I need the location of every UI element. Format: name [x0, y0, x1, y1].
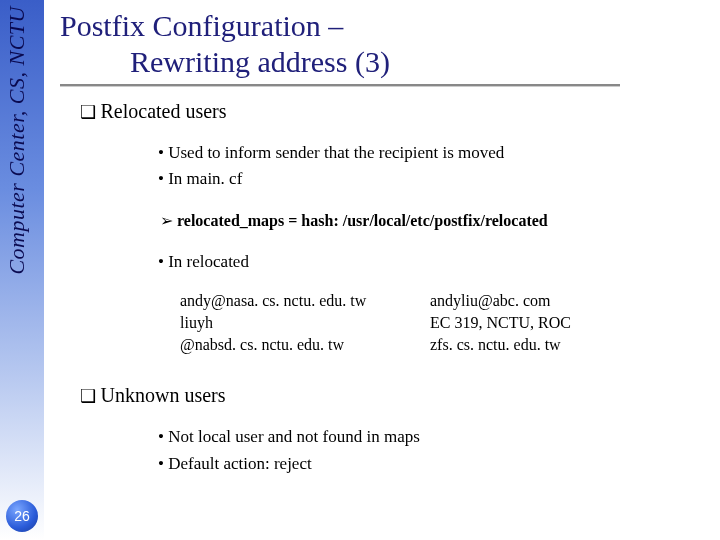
slide-title: Postfix Configuration – Rewriting addres… [60, 8, 710, 80]
map-to-1: EC 319, NCTU, ROC [430, 314, 710, 332]
map-from-0: andy@nasa. cs. nctu. edu. tw [180, 292, 400, 310]
relocated-mapping-table: andy@nasa. cs. nctu. edu. tw andyliu@abc… [180, 292, 710, 354]
unknown-bullet-2: Default action: reject [158, 451, 710, 477]
map-from-1: liuyh [180, 314, 400, 332]
relocated-bullet-3: In relocated [158, 249, 710, 275]
page-number-badge: 26 [6, 500, 38, 532]
title-line-2: Rewriting address (3) [60, 44, 710, 80]
relocated-bullet-2: In main. cf [158, 166, 710, 192]
section-unknown-heading: Unknown users [80, 384, 710, 407]
slide-content: Postfix Configuration – Rewriting addres… [60, 8, 710, 494]
map-to-2: zfs. cs. nctu. edu. tw [430, 336, 710, 354]
relocated-bullets-2: In relocated [118, 249, 710, 275]
unknown-bullet-1: Not local user and not found in maps [158, 424, 710, 450]
map-from-2: @nabsd. cs. nctu. edu. tw [180, 336, 400, 354]
title-underline [60, 84, 620, 86]
relocated-bullet-1: Used to inform sender that the recipient… [158, 140, 710, 166]
relocated-bullets: Used to inform sender that the recipient… [118, 140, 710, 193]
section-unknown-text: Unknown users [101, 384, 226, 406]
unknown-bullets: Not local user and not found in maps Def… [118, 424, 710, 477]
sidebar-label: Computer Center, CS, NCTU [4, 6, 30, 275]
relocated-config-line: relocated_maps = hash: /usr/local/etc/po… [177, 212, 548, 229]
map-to-0: andyliu@abc. com [430, 292, 710, 310]
arrow-icon [160, 212, 177, 229]
section-relocated-text: Relocated users [101, 100, 227, 122]
section-relocated-heading: Relocated users [80, 100, 710, 123]
title-line-1: Postfix Configuration – [60, 8, 710, 44]
relocated-config: relocated_maps = hash: /usr/local/etc/po… [160, 210, 710, 232]
